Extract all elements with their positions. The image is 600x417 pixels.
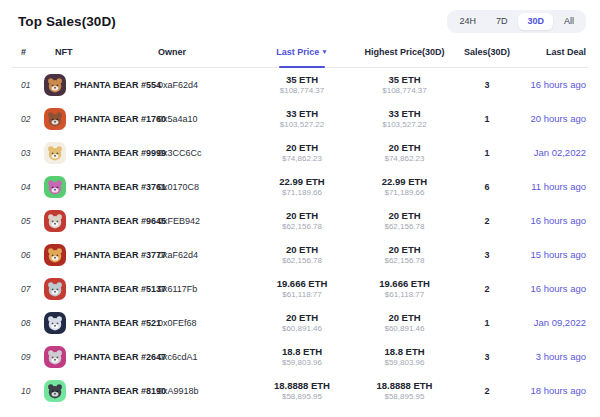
last-price-eth: 33 ETH xyxy=(252,108,352,120)
top-sales-panel: Top Sales(30D) 24H7D30DAll # NFT Owner L… xyxy=(0,0,600,417)
last-deal-link[interactable]: 3 hours ago xyxy=(517,351,588,362)
filter-button-all[interactable]: All xyxy=(555,13,583,30)
table-row[interactable]: 07 PHANTA BEAR #5137 0x6117Fb 19.666 ETH… xyxy=(12,272,588,306)
nft-cell: PHANTA BEAR #554 xyxy=(42,74,154,96)
owner-cell: 0x5a4a10 xyxy=(154,114,252,124)
sales-cell: 3 xyxy=(457,250,517,260)
last-deal-link[interactable]: Jan 02,2022 xyxy=(517,147,588,158)
column-header-last-price-label: Last Price xyxy=(276,47,319,57)
nft-avatar xyxy=(44,210,66,232)
highest-price-eth: 20 ETH xyxy=(352,244,457,256)
highest-price-usd: $71,189.66 xyxy=(352,188,457,198)
highest-price-cell: 22.99 ETH $71,189.66 xyxy=(352,176,457,198)
nft-name: PHANTA BEAR #3761 xyxy=(74,182,166,192)
last-deal-link[interactable]: 15 hours ago xyxy=(517,249,588,260)
sales-cell: 3 xyxy=(457,352,517,362)
last-price-cell: 20 ETH $74,862.23 xyxy=(252,142,352,164)
highest-price-eth: 18.8 ETH xyxy=(352,346,457,358)
last-price-cell: 20 ETH $60,891.46 xyxy=(252,312,352,334)
rank-cell: 04 xyxy=(12,182,42,192)
sales-cell: 1 xyxy=(457,148,517,158)
column-header-rank: # xyxy=(12,47,42,58)
last-deal-link[interactable]: 16 hours ago xyxy=(517,79,588,90)
last-deal-link[interactable]: 16 hours ago xyxy=(517,215,588,226)
highest-price-eth: 19.666 ETH xyxy=(352,278,457,290)
rank-cell: 03 xyxy=(12,148,42,158)
last-price-usd: $71,189.66 xyxy=(252,188,352,198)
filter-button-30d[interactable]: 30D xyxy=(518,13,553,30)
nft-name: PHANTA BEAR #3777 xyxy=(74,250,166,260)
nft-avatar xyxy=(44,346,66,368)
last-price-usd: $103,527.22 xyxy=(252,120,352,130)
nft-name: PHANTA BEAR #2647 xyxy=(74,352,166,362)
last-price-usd: $108,774.37 xyxy=(252,86,352,96)
rank-cell: 06 xyxy=(12,250,42,260)
highest-price-usd: $59,803.96 xyxy=(352,358,457,368)
nft-avatar xyxy=(44,278,66,300)
owner-cell: 0xFEB942 xyxy=(154,216,252,226)
table-row[interactable]: 10 PHANTA BEAR #8190 0xA9918b 18.8888 ET… xyxy=(12,374,588,408)
last-price-cell: 18.8 ETH $59,803.96 xyxy=(252,346,352,368)
table-row[interactable]: 03 PHANTA BEAR #9999 0x3CC6Cc 20 ETH $74… xyxy=(12,136,588,170)
nft-avatar xyxy=(44,380,66,402)
last-deal-link[interactable]: Jan 09,2022 xyxy=(517,317,588,328)
nft-cell: PHANTA BEAR #2647 xyxy=(42,346,154,368)
sales-cell: 2 xyxy=(457,216,517,226)
owner-cell: 0xaF62d4 xyxy=(154,80,252,90)
highest-price-eth: 20 ETH xyxy=(352,142,457,154)
column-header-sales: Sales(30D) xyxy=(457,47,517,58)
nft-avatar xyxy=(44,108,66,130)
sales-cell: 2 xyxy=(457,284,517,294)
rank-cell: 05 xyxy=(12,216,42,226)
owner-cell: 0xc6cdA1 xyxy=(154,352,252,362)
last-price-eth: 35 ETH xyxy=(252,74,352,86)
last-deal-link[interactable]: 11 hours ago xyxy=(517,181,588,192)
last-price-eth: 18.8888 ETH xyxy=(252,380,352,392)
owner-cell: 0x6117Fb xyxy=(154,284,252,294)
filter-button-24h[interactable]: 24H xyxy=(450,13,485,30)
filter-button-7d[interactable]: 7D xyxy=(487,13,517,30)
highest-price-cell: 20 ETH $60,891.46 xyxy=(352,312,457,334)
highest-price-eth: 20 ETH xyxy=(352,210,457,222)
last-price-eth: 20 ETH xyxy=(252,244,352,256)
table-row[interactable]: 01 PHANTA BEAR #554 0xaF62d4 35 ETH $108… xyxy=(12,68,588,102)
table-row[interactable]: 08 PHANTA BEAR #521 0x0FEf68 20 ETH $60,… xyxy=(12,306,588,340)
last-price-usd: $62,156.78 xyxy=(252,256,352,266)
highest-price-usd: $58,895.95 xyxy=(352,392,457,402)
last-price-cell: 20 ETH $62,156.78 xyxy=(252,244,352,266)
nft-name: PHANTA BEAR #5137 xyxy=(74,284,166,294)
column-header-last-price[interactable]: Last Price▼ xyxy=(252,47,352,58)
last-price-usd: $58,895.95 xyxy=(252,392,352,402)
table-row[interactable]: 04 PHANTA BEAR #3761 0x0170C8 22.99 ETH … xyxy=(12,170,588,204)
top-sales-table: # NFT Owner Last Price▼ Highest Price(30… xyxy=(12,37,588,408)
table-row[interactable]: 06 PHANTA BEAR #3777 0xaF62d4 20 ETH $62… xyxy=(12,238,588,272)
highest-price-usd: $62,156.78 xyxy=(352,256,457,266)
rank-cell: 02 xyxy=(12,114,42,124)
nft-avatar xyxy=(44,74,66,96)
table-row[interactable]: 02 PHANTA BEAR #1760 0x5a4a10 33 ETH $10… xyxy=(12,102,588,136)
sales-cell: 3 xyxy=(457,80,517,90)
column-header-highest-price: Highest Price(30D) xyxy=(352,47,457,58)
last-price-cell: 18.8888 ETH $58,895.95 xyxy=(252,380,352,402)
last-price-eth: 19.666 ETH xyxy=(252,278,352,290)
table-row[interactable]: 09 PHANTA BEAR #2647 0xc6cdA1 18.8 ETH $… xyxy=(12,340,588,374)
table-header-row: # NFT Owner Last Price▼ Highest Price(30… xyxy=(12,37,588,68)
rank-cell: 01 xyxy=(12,80,42,90)
highest-price-usd: $61,118.77 xyxy=(352,290,457,300)
nft-name: PHANTA BEAR #9645 xyxy=(74,216,166,226)
nft-cell: PHANTA BEAR #5137 xyxy=(42,278,154,300)
last-price-eth: 20 ETH xyxy=(252,312,352,324)
last-deal-link[interactable]: 18 hours ago xyxy=(517,385,588,396)
highest-price-usd: $108,774.37 xyxy=(352,86,457,96)
sales-cell: 1 xyxy=(457,114,517,124)
last-price-usd: $62,156.78 xyxy=(252,222,352,232)
column-header-nft: NFT xyxy=(42,47,154,58)
last-deal-link[interactable]: 20 hours ago xyxy=(517,113,588,124)
last-price-eth: 22.99 ETH xyxy=(252,176,352,188)
nft-avatar xyxy=(44,176,66,198)
table-row[interactable]: 05 PHANTA BEAR #9645 0xFEB942 20 ETH $62… xyxy=(12,204,588,238)
last-price-cell: 35 ETH $108,774.37 xyxy=(252,74,352,96)
last-price-cell: 33 ETH $103,527.22 xyxy=(252,108,352,130)
highest-price-cell: 20 ETH $74,862.23 xyxy=(352,142,457,164)
last-deal-link[interactable]: 16 hours ago xyxy=(517,283,588,294)
